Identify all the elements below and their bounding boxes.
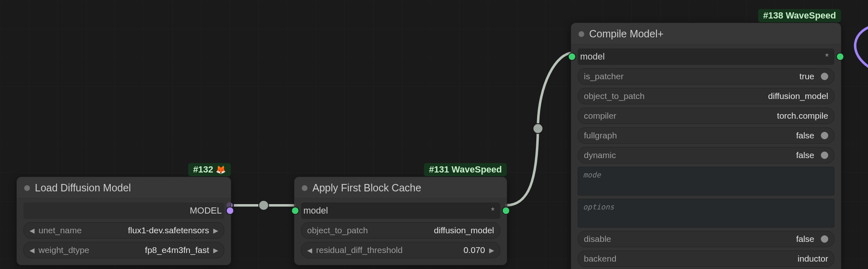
widget-weight-dtype[interactable]: ◀ weight_dtype fp8_e4m3fn_fast ▶	[23, 242, 224, 258]
widget-label: disable	[584, 234, 611, 244]
node-collapse-dot-icon[interactable]	[24, 185, 30, 191]
widget-value: fp8_e4m3fn_fast	[145, 245, 209, 255]
chevron-left-icon[interactable]: ◀	[30, 246, 34, 254]
widget-value: torch.compile	[777, 111, 828, 121]
output-label: MODEL	[190, 205, 222, 216]
toggle-knob-icon[interactable]	[821, 152, 828, 159]
input-label: model	[303, 205, 328, 216]
io-slot-model[interactable]: model *	[301, 202, 500, 219]
widget-value: inductor	[797, 254, 828, 264]
node-apply-first-block-cache[interactable]: #131 WaveSpeed Apply First Block Cache m…	[294, 177, 507, 265]
widget-label: is_patcher	[584, 71, 624, 81]
node-badge: #138 WaveSpeed	[758, 9, 841, 22]
widget-value: true	[800, 71, 814, 81]
widget-object-to-patch[interactable]: object_to_patch diffusion_model	[578, 88, 834, 104]
node-badge-id: #138	[763, 10, 783, 21]
io-slot-model[interactable]: model *	[578, 48, 834, 65]
node-title: Compile Model+	[589, 28, 663, 40]
output-port-icon[interactable]	[502, 207, 510, 215]
node-badge-label: WaveSpeed	[786, 10, 836, 21]
widget-label: backend	[584, 254, 616, 264]
reroute-dot[interactable]	[533, 123, 543, 134]
node-badge-id: #132	[193, 164, 213, 175]
widget-value: 0.070	[463, 245, 485, 255]
node-badge-id: #131	[429, 164, 449, 175]
widget-label: residual_diff_threshold	[316, 245, 403, 255]
reroute-dot[interactable]	[258, 200, 269, 211]
widget-value: false	[796, 234, 814, 244]
toggle-knob-icon[interactable]	[821, 73, 828, 80]
widget-value: false	[796, 150, 814, 160]
widget-residual-diff-threshold[interactable]: ◀ residual_diff_threshold 0.070 ▶	[301, 242, 500, 258]
widget-unet-name[interactable]: ◀ unet_name flux1-dev.safetensors ▶	[23, 222, 224, 239]
widget-fullgraph[interactable]: fullgraph false	[578, 127, 834, 144]
toggle-knob-icon[interactable]	[821, 235, 828, 243]
widget-label: dynamic	[584, 150, 616, 160]
node-badge: #131 WaveSpeed	[424, 163, 507, 176]
toggle-knob-icon[interactable]	[821, 132, 828, 139]
node-header[interactable]: Apply First Block Cache	[294, 177, 507, 198]
node-header[interactable]: Load Diffusion Model	[17, 177, 231, 198]
node-badge: #132 🦊	[188, 163, 231, 176]
io-wildcard-label: *	[491, 205, 498, 216]
widget-value: flux1-dev.safetensors	[128, 225, 209, 235]
node-collapse-dot-icon[interactable]	[579, 31, 584, 37]
widget-options-text[interactable]: options	[578, 199, 834, 228]
widget-backend[interactable]: backend inductor	[578, 251, 834, 267]
output-port-icon[interactable]	[836, 53, 844, 61]
output-slot-model[interactable]: MODEL	[23, 202, 224, 219]
widget-value: false	[796, 131, 814, 140]
widget-dynamic[interactable]: dynamic false	[578, 147, 834, 163]
widget-compiler[interactable]: compiler torch.compile	[578, 108, 834, 124]
widget-label: object_to_patch	[307, 225, 368, 235]
chevron-right-icon[interactable]: ▶	[489, 246, 494, 254]
widget-label: fullgraph	[584, 131, 617, 140]
widget-label: object_to_patch	[584, 91, 645, 101]
widget-mode-text[interactable]: mode	[578, 167, 834, 195]
widget-label: weight_dtype	[39, 245, 89, 255]
widget-value: diffusion_model	[434, 225, 494, 235]
widget-object-to-patch[interactable]: object_to_patch diffusion_model	[301, 222, 500, 239]
node-compile-model-plus[interactable]: #138 WaveSpeed Compile Model+ model * is…	[571, 23, 841, 269]
input-port-icon[interactable]	[291, 207, 299, 215]
input-label: model	[580, 51, 605, 62]
node-load-diffusion-model[interactable]: #132 🦊 Load Diffusion Model MODEL ◀ unet…	[16, 177, 231, 265]
chevron-left-icon[interactable]: ◀	[307, 246, 312, 254]
node-header[interactable]: Compile Model+	[571, 23, 841, 44]
chevron-left-icon[interactable]: ◀	[30, 227, 34, 235]
chevron-right-icon[interactable]: ▶	[213, 246, 218, 254]
output-port-icon[interactable]	[226, 207, 234, 215]
io-wildcard-label: *	[825, 51, 832, 62]
fox-icon: 🦊	[216, 165, 226, 175]
widget-label: unet_name	[39, 225, 82, 235]
widget-value: diffusion_model	[768, 91, 828, 101]
input-port-icon[interactable]	[568, 53, 576, 61]
node-badge-label: WaveSpeed	[451, 164, 502, 175]
chevron-right-icon[interactable]: ▶	[213, 227, 218, 235]
node-title: Apply First Block Cache	[312, 182, 421, 194]
widget-is-patcher[interactable]: is_patcher true	[578, 68, 834, 85]
widget-disable[interactable]: disable false	[578, 231, 834, 247]
node-collapse-dot-icon[interactable]	[302, 185, 308, 191]
widget-label: compiler	[584, 111, 616, 121]
node-title: Load Diffusion Model	[35, 182, 131, 194]
